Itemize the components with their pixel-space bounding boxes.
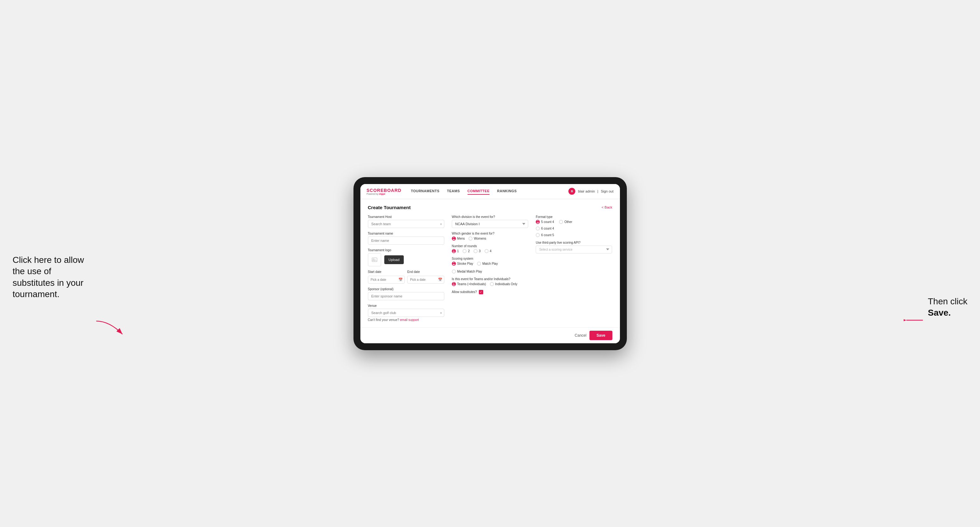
event-type-label: Is this event for Teams and/or Individua… [452, 277, 528, 281]
gender-mens[interactable]: Mens [452, 237, 465, 241]
form-col-3: Format type 5 count 4 Other [536, 215, 612, 322]
start-date-field: Start date 📅 [368, 270, 405, 284]
back-link[interactable]: < Back [602, 205, 612, 209]
division-select[interactable]: NCAA Division I [452, 220, 528, 228]
tournament-logo-field: Tournament logo Upload [368, 248, 444, 266]
division-field: Which division is the event for? NCAA Di… [452, 215, 528, 228]
tournament-name-input[interactable] [368, 237, 444, 244]
6count4-dot [536, 227, 540, 230]
form-col-1: Tournament Host ▾ Tournament name Tourna [368, 215, 444, 322]
nav-links: TOURNAMENTS TEAMS COMMITTEE RANKINGS [411, 188, 569, 195]
nav-user: B blair admin | Sign out [568, 188, 613, 195]
scoring-match[interactable]: Match Play [477, 262, 498, 266]
form-grid: Tournament Host ▾ Tournament name Tourna [368, 215, 612, 322]
annotation-right: Then click Save. [928, 296, 967, 319]
save-button[interactable]: Save [589, 331, 612, 340]
cancel-button[interactable]: Cancel [575, 333, 586, 338]
end-date-wrapper: 📅 [407, 276, 444, 284]
event-type-radio-group: Teams (+Individuals) Individuals Only [452, 282, 528, 286]
division-label: Which division is the event for? [452, 215, 528, 219]
allow-substitutes-field: Allow substitutes? ✓ [452, 290, 528, 294]
scoring-field: Scoring system Stroke Play Match Play [452, 257, 528, 273]
gender-womens[interactable]: Womens [468, 237, 486, 241]
rounds-3[interactable]: 3 [474, 249, 481, 253]
tournament-host-label: Tournament Host [368, 215, 444, 219]
scoring-medal[interactable]: Medal Match Play [452, 270, 482, 273]
tournament-host-field: Tournament Host ▾ [368, 215, 444, 228]
individuals-dot [490, 282, 494, 286]
nav-logo: SCOREBOARD Powered by clippd [367, 188, 402, 195]
substitutes-checkbox-wrapper: Allow substitutes? ✓ [452, 290, 528, 294]
date-row: Start date 📅 End date [368, 270, 444, 284]
page-header: Create Tournament < Back [368, 205, 612, 210]
rounds-3-dot [474, 249, 477, 253]
sponsor-field: Sponsor (optional) [368, 287, 444, 300]
venue-label: Venue [368, 304, 444, 308]
rounds-field: Number of rounds 1 2 [452, 244, 528, 253]
5count4-dot [536, 220, 540, 224]
nav-divider: | [597, 189, 598, 193]
sponsor-label: Sponsor (optional) [368, 287, 444, 291]
rounds-4[interactable]: 4 [485, 249, 492, 253]
avatar: B [568, 188, 575, 195]
format-5count4[interactable]: 5 count 4 [536, 220, 554, 224]
tablet-device: SCOREBOARD Powered by clippd TOURNAMENTS… [353, 177, 627, 350]
format-other[interactable]: Other [559, 220, 572, 224]
tournament-name-field: Tournament name [368, 232, 444, 244]
event-individuals[interactable]: Individuals Only [490, 282, 517, 286]
form-col-2: Which division is the event for? NCAA Di… [452, 215, 528, 322]
logo-upload-area: Upload [368, 253, 444, 266]
scoring-radio-group: Stroke Play Match Play Medal Match Play [452, 262, 528, 273]
scoring-api-select[interactable]: Select a scoring service [536, 246, 612, 254]
format-6count4[interactable]: 6 count 4 [536, 227, 612, 230]
page-content: Create Tournament < Back Tournament Host… [360, 199, 620, 327]
nav-tournaments[interactable]: TOURNAMENTS [411, 188, 439, 195]
event-type-field: Is this event for Teams and/or Individua… [452, 277, 528, 286]
form-footer: Cancel Save [360, 327, 620, 343]
venue-input[interactable] [368, 309, 444, 317]
logo-subtitle: Powered by clippd [367, 193, 402, 195]
mens-radio-dot [452, 237, 456, 241]
sign-out-link[interactable]: Sign out [601, 189, 613, 193]
rounds-4-dot [485, 249, 488, 253]
rounds-2[interactable]: 2 [463, 249, 470, 253]
logo-placeholder [368, 253, 381, 266]
venue-note: Can't find your venue? email support [368, 318, 444, 322]
format-label: Format type [536, 215, 612, 219]
scoring-api-label: Use third-party live scoring API? [536, 241, 612, 244]
other-dot [559, 220, 563, 224]
medal-dot [452, 270, 456, 273]
nav-rankings[interactable]: RANKINGS [497, 188, 517, 195]
rounds-1-dot [452, 249, 456, 253]
page-title: Create Tournament [368, 205, 410, 210]
start-date-label: Start date [368, 270, 405, 273]
end-date-field: End date 📅 [407, 270, 444, 284]
sponsor-input[interactable] [368, 292, 444, 300]
substitutes-checkbox[interactable]: ✓ [479, 290, 483, 294]
format-6count5[interactable]: 6 count 5 [536, 233, 612, 237]
rounds-1[interactable]: 1 [452, 249, 459, 253]
event-teams[interactable]: Teams (+Individuals) [452, 282, 486, 286]
calendar-icon-end: 📅 [438, 278, 442, 282]
match-dot [477, 262, 481, 266]
rounds-label: Number of rounds [452, 244, 528, 248]
scoring-api-field: Use third-party live scoring API? Select… [536, 241, 612, 254]
arrow-right [904, 315, 926, 326]
arrow-left [94, 319, 125, 340]
end-date-label: End date [407, 270, 444, 273]
rounds-2-dot [463, 249, 466, 253]
rounds-radio-group: 1 2 3 [452, 249, 528, 253]
gender-field: Which gender is the event for? Mens Wome… [452, 232, 528, 241]
nav-committee[interactable]: COMMITTEE [468, 188, 490, 195]
date-fields: Start date 📅 End date [368, 270, 444, 284]
venue-dropdown-icon: ▾ [440, 311, 442, 314]
email-support-link[interactable]: email support [400, 318, 419, 322]
upload-button[interactable]: Upload [384, 256, 404, 264]
format-type-field: Format type 5 count 4 Other [536, 215, 612, 237]
calendar-icon: 📅 [398, 278, 403, 282]
gender-radio-group: Mens Womens [452, 237, 528, 241]
format-options: 5 count 4 Other 6 count 4 [536, 220, 612, 237]
scoring-stroke[interactable]: Stroke Play [452, 262, 473, 266]
nav-teams[interactable]: TEAMS [447, 188, 460, 195]
tournament-host-input[interactable] [368, 220, 444, 228]
